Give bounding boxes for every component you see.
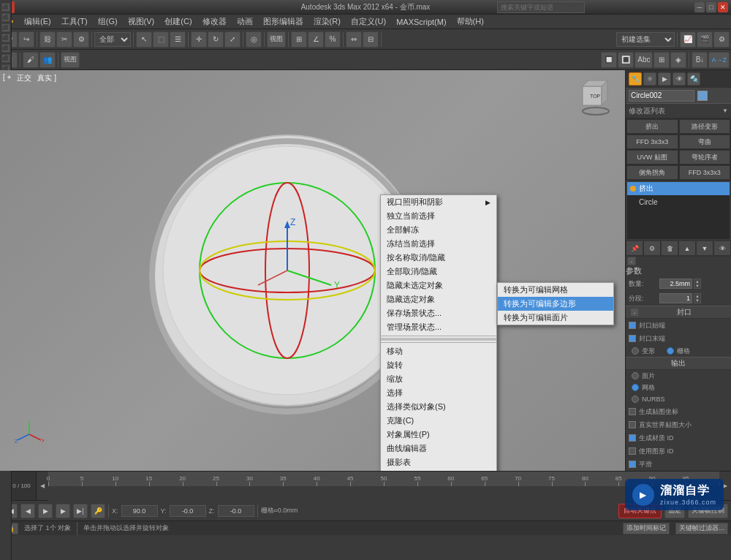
modstack-del[interactable]: 🗑 [661, 241, 678, 256]
cm-item-obj-prop[interactable]: 对象属性(P) [381, 428, 496, 442]
tb2-btn-a[interactable]: 🔲 [601, 52, 617, 68]
menu-render[interactable]: 渲染(R) [309, 15, 345, 29]
rp-icon-motion[interactable]: ▶ [658, 72, 671, 86]
object-name-input[interactable] [629, 90, 694, 102]
coord-input-z[interactable] [218, 505, 254, 517]
modcell-chamfer[interactable]: 侧角拐角 [626, 165, 678, 180]
cm-item-unhide-all[interactable]: 全部取消/隐藏 [381, 265, 496, 279]
cm-item-rotate[interactable]: 旋转 [381, 358, 496, 372]
menu-create[interactable]: 创建(C) [160, 15, 196, 29]
left-btn-5[interactable]: ⬛ [1, 44, 10, 53]
params-collapse[interactable]: - [627, 257, 636, 265]
checkbox-genmap[interactable] [629, 408, 636, 415]
param-input-segments[interactable] [659, 293, 692, 303]
sm-item-editpatch[interactable]: 转换为可编辑面片 [498, 311, 613, 325]
angle-snap[interactable]: ∠ [308, 31, 324, 48]
unlink-button[interactable]: ✂ [56, 31, 72, 48]
rotate-button[interactable]: ↻ [208, 31, 224, 48]
modcell-lathe[interactable]: 弯轮序者 [679, 150, 731, 164]
viewport-btn[interactable]: 视图 [267, 31, 286, 48]
left-btn-1[interactable]: ⬛ [1, 3, 10, 12]
play-key-btn[interactable]: 🔑 [91, 504, 105, 518]
menu-animation[interactable]: 动画 [232, 15, 257, 29]
radio-morph[interactable] [632, 347, 639, 355]
rp-icon-utility[interactable]: 🔩 [687, 72, 700, 86]
add-time-tag-btn[interactable]: 添加时间标记 [623, 523, 670, 534]
modstack-cfg[interactable]: ⚙ [643, 241, 661, 256]
param-spin-dn-amount[interactable]: ▼ [694, 284, 700, 288]
modcell-pathdeform[interactable]: 路径变形 [679, 119, 731, 134]
radio-nurbs[interactable] [632, 396, 639, 403]
timeline-bar[interactable] [48, 486, 719, 501]
cm-item-dope-sheet[interactable]: 摄影表 [381, 455, 496, 469]
cm-item-lighting[interactable]: 视口照明和阴影 ▶ [381, 195, 496, 209]
populate-btn[interactable]: 👥 [39, 52, 56, 68]
menu-custom[interactable]: 自定义(U) [346, 15, 390, 29]
view-img-btn[interactable]: 视图 [61, 52, 80, 68]
move-button[interactable]: ✛ [191, 31, 207, 48]
obj-paint-btn[interactable]: 🖌 [23, 52, 39, 68]
scale-button[interactable]: ⤢ [224, 31, 240, 48]
left-btn-2[interactable]: ⬛ [1, 13, 10, 22]
cm-item-curve-editor[interactable]: 曲线编辑器 [381, 442, 496, 455]
play-btn[interactable]: ▶ [38, 504, 53, 518]
reference-button[interactable]: ◎ [246, 31, 262, 48]
cm-item-select-similar[interactable]: 选择类似对象(S) [381, 400, 496, 414]
tb2-btn-f[interactable]: B↓ [692, 52, 708, 68]
menu-group[interactable]: 组(G) [94, 15, 122, 29]
menu-view[interactable]: 视图(V) [124, 15, 159, 29]
sm-item-editpoly[interactable]: 转换为可编辑多边形 [498, 297, 613, 311]
tb2-btn-b[interactable]: 🔳 [618, 52, 634, 68]
link-button[interactable]: ⛓ [39, 31, 56, 48]
checkbox-realworld[interactable] [629, 421, 636, 428]
cm-item-manage-state[interactable]: 管理场景状态... [381, 320, 496, 334]
modcell-ffd[interactable]: FFD 3x3x3 [626, 135, 678, 149]
cm-item-freeze-sel[interactable]: 冻结当前选择 [381, 237, 496, 251]
cm-item-unfreeze-all[interactable]: 全部解冻 [381, 223, 496, 237]
coord-input-y[interactable] [170, 505, 206, 517]
left-btn-6[interactable]: ⬛ [1, 54, 10, 63]
cm-item-select[interactable]: 选择 [381, 386, 496, 400]
bind-button[interactable]: ⚙ [73, 31, 89, 48]
modstack-pin[interactable]: 📌 [626, 241, 643, 256]
align-button[interactable]: ⊟ [363, 31, 379, 48]
menu-edit[interactable]: 编辑(E) [20, 15, 56, 29]
tb2-btn-g[interactable]: A→Z [708, 52, 730, 68]
menu-modifier[interactable]: 修改器 [198, 15, 231, 29]
radio-mesh[interactable] [632, 384, 639, 391]
menu-help[interactable]: 帮助(H) [452, 15, 488, 29]
close-button[interactable]: ✕ [718, 2, 728, 12]
menu-grapheditor[interactable]: 图形编辑器 [259, 15, 308, 29]
menu-tools[interactable]: 工具(T) [57, 15, 92, 29]
modcell-uvw[interactable]: UVW 贴图 [626, 150, 678, 164]
modcell-ffd2[interactable]: FFD 3x3x3 [679, 165, 731, 180]
checkbox-smooth[interactable] [629, 461, 636, 468]
tb2-btn-c[interactable]: Abc [635, 52, 653, 68]
play-next-btn[interactable]: ▶ [56, 504, 70, 518]
create-filter[interactable]: 初建选集 [616, 32, 675, 47]
radio-grid[interactable] [667, 347, 674, 355]
modstack-dn[interactable]: ▼ [696, 241, 713, 256]
select-filter[interactable]: 全部 [94, 32, 131, 47]
cm-item-unhide-name[interactable]: 按名称取消/隐藏 [381, 251, 496, 265]
param-spin-segments[interactable]: ▲ ▼ [694, 293, 701, 303]
mirror-button[interactable]: ⇔ [346, 31, 362, 48]
cm-item-save-state[interactable]: 保存场景状态... [381, 306, 496, 320]
menu-maxscript[interactable]: MAXScript(M) [392, 15, 450, 29]
play-prev-btn[interactable]: ◀ [20, 504, 35, 518]
modstack-item-circle[interactable]: Circle [627, 195, 730, 208]
modcell-extrude[interactable]: 挤出 [626, 119, 678, 134]
cm-item-wire-param[interactable]: 关联参数 [381, 469, 496, 471]
checkbox-useshapeid[interactable] [629, 447, 636, 455]
cm-item-scale[interactable]: 缩放 [381, 372, 496, 386]
modstack-show[interactable]: 👁 [713, 241, 731, 256]
modstack-item-extrude[interactable]: 挤出 [627, 182, 730, 195]
minimize-button[interactable]: ─ [694, 2, 705, 12]
cm-item-isolate[interactable]: 独立当前选择 [381, 209, 496, 223]
left-btn-3[interactable]: ⬛ [1, 23, 10, 32]
coord-input-x[interactable] [121, 505, 158, 517]
key-filter-status-btn[interactable]: 关键帧过滤器... [675, 523, 728, 534]
render-setup-btn[interactable]: ⚙ [713, 31, 730, 48]
viewport[interactable]: [ + 正交 真实 ] TOP [0, 70, 625, 471]
modcell-bend[interactable]: 弯曲 [679, 135, 731, 149]
